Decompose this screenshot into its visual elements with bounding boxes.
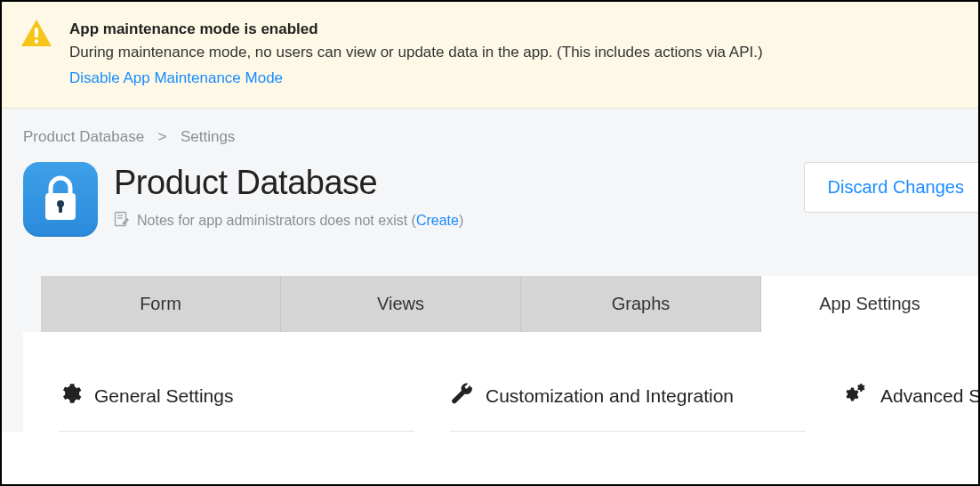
svg-rect-0 bbox=[35, 28, 38, 37]
disable-maintenance-link[interactable]: Disable App Maintenance Mode bbox=[69, 67, 283, 90]
content-area: Product Database > Settings Product Data… bbox=[2, 109, 978, 432]
gears-icon bbox=[841, 382, 868, 409]
alert-title: App maintenance mode is enabled bbox=[69, 18, 763, 41]
section-customization: Customization and Integration bbox=[450, 382, 806, 432]
tab-form[interactable]: Form bbox=[41, 276, 281, 332]
heading-general[interactable]: General Settings bbox=[59, 382, 414, 432]
note-edit-icon bbox=[114, 211, 130, 231]
gear-icon bbox=[59, 382, 82, 409]
page-header: Product Database Notes for app administr… bbox=[2, 157, 978, 237]
tab-app-settings[interactable]: App Settings bbox=[761, 276, 978, 332]
alert-description: During maintenance mode, no users can vi… bbox=[69, 41, 763, 64]
heading-advanced-label: Advanced S bbox=[880, 385, 980, 407]
notes-prefix: Notes for app administrators does not ex… bbox=[137, 213, 416, 228]
page-title: Product Database bbox=[114, 164, 788, 202]
tabs-row: Form Views Graphs App Settings bbox=[41, 276, 978, 332]
section-general: General Settings bbox=[59, 382, 414, 432]
warning-icon bbox=[21, 20, 52, 50]
admin-notes-line: Notes for app administrators does not ex… bbox=[114, 211, 788, 231]
breadcrumb-root[interactable]: Product Database bbox=[23, 128, 144, 145]
wrench-icon bbox=[450, 382, 473, 409]
discard-changes-button[interactable]: Discard Changes bbox=[804, 162, 978, 213]
settings-panel: General Settings Customization and Integ… bbox=[23, 332, 978, 432]
app-lock-icon bbox=[23, 162, 98, 237]
section-advanced: Advanced S bbox=[841, 382, 980, 432]
tab-graphs[interactable]: Graphs bbox=[521, 276, 761, 332]
breadcrumb-separator: > bbox=[154, 128, 171, 145]
heading-advanced[interactable]: Advanced S bbox=[841, 382, 980, 431]
maintenance-alert: App maintenance mode is enabled During m… bbox=[2, 2, 978, 109]
heading-customization-label: Customization and Integration bbox=[486, 385, 734, 407]
tab-views[interactable]: Views bbox=[281, 276, 521, 332]
alert-body: App maintenance mode is enabled During m… bbox=[69, 18, 763, 90]
notes-suffix: ) bbox=[459, 213, 463, 228]
svg-point-1 bbox=[35, 39, 38, 43]
heading-customization[interactable]: Customization and Integration bbox=[450, 382, 806, 432]
heading-general-label: General Settings bbox=[94, 385, 233, 407]
header-text: Product Database Notes for app administr… bbox=[114, 162, 788, 231]
breadcrumb-current: Settings bbox=[181, 128, 235, 145]
svg-rect-4 bbox=[59, 205, 62, 213]
create-notes-link[interactable]: Create bbox=[416, 213, 459, 228]
breadcrumb: Product Database > Settings bbox=[2, 109, 978, 157]
